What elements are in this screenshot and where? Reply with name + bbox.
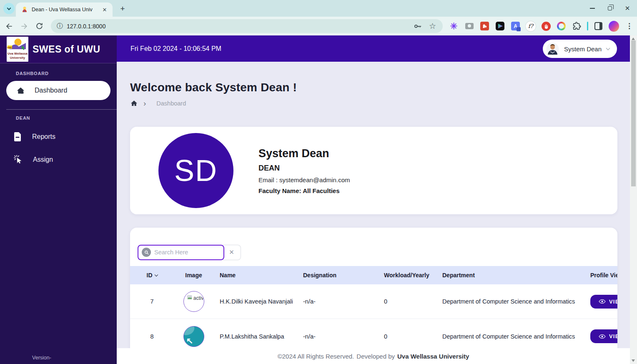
play-icon (496, 22, 504, 30)
url-text[interactable]: 127.0.0.1:8000 (67, 23, 413, 30)
cell-department: Department of Computer Science and Infor… (436, 333, 584, 340)
new-tab-button[interactable]: + (118, 4, 128, 14)
sidebar-section-dashboard: DASHBOARD (16, 71, 117, 76)
image-alt-text: activ (193, 295, 204, 301)
sidebar-item-reports[interactable]: Reports (0, 126, 117, 148)
profile-initials-avatar: SD (158, 133, 233, 208)
eye-icon (599, 299, 606, 304)
font-finder-extension-icon[interactable]: f? (526, 21, 536, 31)
tab-search-button[interactable] (3, 3, 15, 14)
browser-menu-button[interactable]: ⋮ (624, 21, 634, 31)
sort-icon (154, 273, 158, 276)
breadcrumb-current: Dashboard (156, 100, 186, 107)
dark-reader-extension-icon[interactable] (495, 21, 505, 31)
camera-icon (465, 23, 474, 29)
sidebar-item-dashboard[interactable]: Dashboard (6, 81, 110, 100)
breadcrumb-chevron-icon: › (143, 99, 146, 107)
password-key-icon[interactable] (413, 22, 422, 31)
breadcrumb: › Dashboard (130, 100, 630, 107)
cell-id: 8 (130, 333, 174, 340)
color-picker-extension-icon[interactable] (556, 21, 567, 31)
forward-icon (20, 22, 28, 30)
blocker-extension-icon[interactable] (541, 21, 551, 31)
restore-icon (608, 6, 612, 10)
scrollbar-thumb[interactable] (631, 40, 636, 186)
sidebar-section-dean: DEAN (16, 115, 117, 120)
forward-button[interactable] (18, 20, 30, 32)
cell-workload: 0 (378, 298, 436, 305)
translate-extension-icon[interactable]: A (510, 21, 521, 31)
profile-faculty: Faculty Name: All Faculties (258, 187, 350, 194)
footer-developer: Uva Wellassa University (397, 353, 469, 360)
camera-extension-icon[interactable] (464, 21, 474, 31)
browser-tab[interactable]: Dean - Uva Wellassa Univ ✕ (16, 3, 113, 17)
scroll-up-icon[interactable] (632, 38, 635, 40)
main-content: Welcome back System Dean ! › Dashboard S… (117, 62, 630, 364)
rainbow-ring-icon (557, 22, 566, 30)
asterisk-extension-icon[interactable]: ✳ (449, 21, 459, 31)
cell-designation: -n/a- (297, 298, 378, 305)
site-info-icon[interactable]: ⓘ (57, 22, 63, 30)
close-button[interactable]: ✕ (622, 3, 633, 14)
profile-card: SD System Dean DEAN Email : systemdean@a… (130, 127, 617, 214)
column-header-department: Department (436, 272, 584, 279)
scroll-down-icon[interactable] (632, 359, 635, 362)
cell-id: 7 (130, 298, 174, 305)
close-icon: ✕ (625, 5, 630, 12)
column-header-designation: Designation (297, 272, 378, 279)
search-row: ✕ (130, 228, 617, 266)
red-badge-icon (480, 22, 489, 30)
university-logo: UWU Uva Wellassa University (7, 37, 28, 62)
back-icon (5, 22, 13, 30)
clear-search-button[interactable]: ✕ (223, 245, 241, 260)
cursor-click-icon (13, 155, 23, 165)
page-content: UWU Uva Wellassa University SWES of UWU … (0, 35, 637, 364)
search-input[interactable] (154, 249, 217, 256)
side-panel-icon (594, 22, 602, 30)
user-menu[interactable]: System Dean (543, 40, 617, 58)
home-chart-icon (16, 86, 25, 95)
eye-icon (599, 334, 606, 339)
lecturers-table-card: ✕ ID Image Name Designation Workload/Yea… (130, 228, 617, 354)
address-bar[interactable]: ⓘ 127.0.0.1:8000 ☆ (51, 19, 443, 33)
logo-line1: Uva Wellassa (8, 52, 28, 55)
browser-profile-avatar[interactable] (609, 21, 619, 31)
profile-name: System Dean (258, 147, 350, 160)
chevron-down-icon (7, 6, 11, 10)
extensions-row: ✳ A f? ⋮ (449, 19, 634, 33)
translate-icon: A (511, 22, 520, 30)
search-icon (142, 248, 151, 257)
view-button[interactable]: VIEW (590, 329, 617, 343)
breadcrumb-home-icon[interactable] (130, 100, 138, 107)
arrow-icon: ↖ (186, 336, 193, 346)
cell-name: P.M.Lakshitha Sankalpa (213, 333, 297, 340)
tab-strip: Dean - Uva Wellassa Univ ✕ + ✕ (0, 0, 637, 17)
document-icon (13, 132, 22, 141)
brand-title: SWES of UWU (33, 44, 100, 55)
restore-button[interactable] (604, 3, 615, 14)
reload-button[interactable] (33, 20, 45, 32)
footer-developed: Developed by (356, 353, 395, 360)
column-header-workload: Workload/Yearly (378, 272, 436, 279)
back-button[interactable] (3, 20, 15, 32)
table-row: 7 activ H.K.Dilki Kaveeja Navanjali -n/a… (130, 284, 617, 319)
lecturer-image: ↖ (183, 326, 204, 347)
tab-close-icon[interactable]: ✕ (101, 6, 108, 13)
hand-icon (542, 22, 551, 31)
puzzle-icon (572, 22, 581, 30)
side-panel-button[interactable] (593, 21, 604, 31)
user-name: System Dean (564, 45, 602, 53)
extensions-puzzle-button[interactable] (572, 21, 582, 31)
cell-designation: -n/a- (297, 333, 378, 340)
bookmark-star-icon[interactable]: ☆ (429, 21, 436, 31)
minimize-button[interactable] (587, 3, 598, 14)
profile-role: DEAN (258, 164, 350, 173)
vertical-scrollbar[interactable] (630, 35, 637, 364)
red-extension-icon[interactable] (479, 21, 490, 31)
view-button[interactable]: VIEW (590, 295, 617, 309)
sidebar-item-assign[interactable]: Assign (0, 148, 117, 171)
tab-favicon (21, 6, 28, 13)
cell-department: Department of Computer Science and Infor… (436, 298, 584, 305)
column-header-id[interactable]: ID (130, 272, 174, 279)
chevron-down-icon (606, 46, 610, 50)
